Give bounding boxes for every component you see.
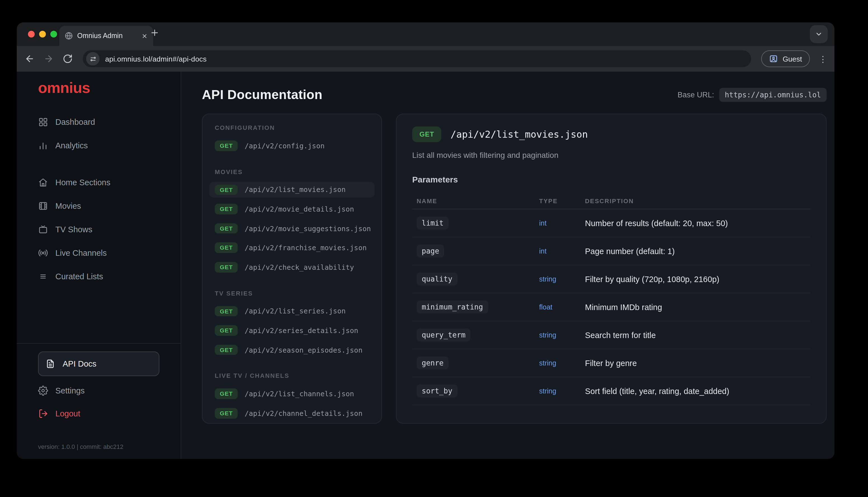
endpoint-item[interactable]: GET /api/v2/series_details.json [209,322,375,338]
page-title: API Documentation [202,87,322,102]
parameters-table: NAME TYPE DESCRIPTION limit int Number o… [412,193,810,406]
back-button[interactable] [25,54,35,64]
endpoint-description: List all movies with filtering and pagin… [412,151,810,160]
endpoint-item[interactable]: GET /api/v2/season_episodes.json [209,342,375,358]
method-badge: GET [215,262,238,272]
endpoint-path: /api/v2/config.json [245,142,325,150]
profile-avatar-icon [769,54,778,63]
gear-icon [38,386,48,396]
param-type: int [539,219,585,227]
screenshot-stage: Omnius Admin api.omnius.lol/admin#/api-d… [0,0,868,497]
tab-strip: Omnius Admin [17,23,835,46]
sidebar-item-live-channels[interactable]: Live Channels [38,242,159,264]
endpoint-list-panel: CONFIGURATION GET /api/v2/config.json MO… [202,114,382,424]
forward-button[interactable] [44,54,54,64]
zoom-window-button[interactable] [50,31,57,38]
endpoint-item[interactable]: GET /api/v2/config.json [209,138,375,154]
endpoint-item[interactable]: GET /api/v2/movie_details.json [209,201,375,217]
param-name: sort_by [417,385,457,398]
list-icon [38,271,48,282]
version-info: version: 1.0.0 | commit: abc212 [38,443,123,450]
sidebar-item-home-sections[interactable]: Home Sections [38,171,159,194]
browser-window: Omnius Admin api.omnius.lol/admin#/api-d… [17,23,835,459]
minimize-window-button[interactable] [39,31,46,38]
sidebar-item-tv-shows[interactable]: TV Shows [38,218,159,241]
param-description: Page number (default: 1) [585,247,810,256]
omnius-logo: omnius [38,80,167,97]
param-type: int [539,247,585,255]
tab-close-icon[interactable] [142,33,148,39]
param-description: Sort field (title, year, rating, date_ad… [585,387,810,396]
dashboard-icon [38,117,48,127]
sidebar-item-settings[interactable]: Settings [38,380,159,402]
browser-menu-button[interactable]: ⋮ [819,55,827,63]
method-badge: GET [215,389,238,399]
endpoint-group-configuration: CONFIGURATION GET /api/v2/config.json [215,124,369,154]
method-badge: GET [215,325,238,336]
sidebar-item-label: Curated Lists [55,272,103,281]
sidebar-divider [17,343,181,344]
method-badge: GET [215,408,238,418]
close-window-button[interactable] [28,31,35,38]
film-icon [38,201,48,211]
method-badge: GET [215,306,238,316]
param-description: Minimum IMDb rating [585,303,810,312]
endpoint-detail-header: GET /api/v2/list_movies.json [412,127,810,142]
method-badge: GET [215,204,238,214]
endpoint-item[interactable]: GET /api/v2/list_series.json [209,303,375,319]
base-url-value: https://api.omnius.lol [719,88,827,102]
column-header-description: DESCRIPTION [585,198,810,204]
endpoint-path: /api/v2/check_availability [245,263,354,271]
endpoint-item[interactable]: GET /api/v2/check_availability [209,259,375,275]
document-icon [45,359,55,369]
reload-button[interactable] [63,54,73,64]
column-header-name: NAME [412,198,539,204]
method-badge: GET [215,223,238,234]
sidebar: omnius Dashboard Analytics Home Sections [17,72,181,459]
base-url-label: Base URL: [678,91,714,99]
address-bar[interactable]: api.omnius.lol/admin#/api-docs [83,51,751,67]
endpoint-group-label: TV SERIES [215,290,369,296]
sidebar-item-logout[interactable]: Logout [38,402,159,425]
endpoint-path: /api/v2/channel_details.json [245,409,363,417]
endpoint-item-selected[interactable]: GET /api/v2/list_movies.json [209,182,375,198]
endpoint-item[interactable]: GET /api/v2/list_channels.json [209,386,375,402]
table-row: minimum_rating float Minimum IMDb rating [412,294,810,322]
sidebar-item-label: TV Shows [55,225,92,234]
sidebar-item-analytics[interactable]: Analytics [38,134,159,157]
endpoint-path: /api/v2/season_episodes.json [245,345,363,354]
endpoint-item[interactable]: GET /api/v2/channel_details.json [209,405,375,421]
site-settings-icon[interactable] [86,52,100,66]
table-row: genre string Filter by genre [412,350,810,378]
new-tab-button[interactable] [150,28,159,38]
endpoint-item[interactable]: GET /api/v2/movie_suggestions.json [209,221,375,237]
endpoint-path: /api/v2/movie_suggestions.json [245,224,371,232]
endpoint-path: /api/v2/series_details.json [245,326,358,335]
method-badge: GET [215,184,238,195]
param-description: Number of results (default: 20, max: 50) [585,219,810,228]
sidebar-item-curated-lists[interactable]: Curated Lists [38,265,159,288]
method-badge: GET [412,127,442,142]
sidebar-item-movies[interactable]: Movies [38,195,159,217]
parameters-heading: Parameters [412,175,810,184]
param-type: string [539,331,585,339]
endpoint-path: /api/v2/list_channels.json [245,389,354,398]
param-name: quality [417,273,457,286]
content-panels: CONFIGURATION GET /api/v2/config.json MO… [202,114,827,424]
method-badge: GET [215,345,238,355]
sidebar-bottom-nav: API Docs Settings Logout [30,352,167,425]
browser-tab[interactable]: Omnius Admin [59,26,153,46]
profile-button[interactable]: Guest [762,51,810,67]
base-url-group: Base URL: https://api.omnius.lol [678,88,827,102]
tab-title: Omnius Admin [77,32,137,40]
param-name: genre [417,357,448,370]
method-badge: GET [215,243,238,253]
sidebar-item-label: Settings [55,386,85,395]
sidebar-item-dashboard[interactable]: Dashboard [38,111,159,133]
tab-search-chevron-button[interactable] [810,25,828,43]
sidebar-item-api-docs[interactable]: API Docs [38,352,159,376]
endpoint-item[interactable]: GET /api/v2/franchise_movies.json [209,240,375,256]
sidebar-item-label: Live Channels [55,248,107,257]
globe-icon [65,32,73,40]
param-type: string [539,275,585,283]
